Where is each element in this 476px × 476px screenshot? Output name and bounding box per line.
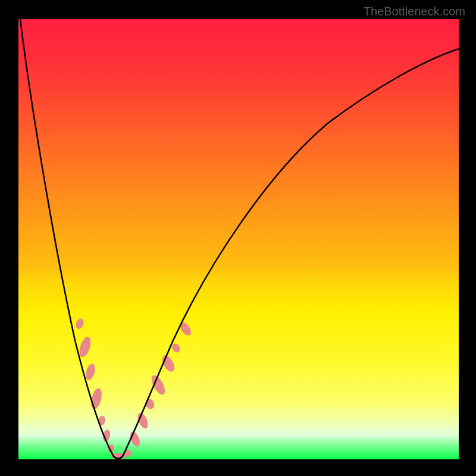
data-point [77,335,93,358]
chart-plot-area [18,19,459,459]
bottleneck-curve [20,19,459,459]
watermark-text: TheBottleneck.com [364,5,465,18]
data-point [136,411,150,430]
data-point [84,363,96,381]
data-points-group [74,317,193,459]
data-point [74,317,84,330]
chart-svg [18,19,459,459]
